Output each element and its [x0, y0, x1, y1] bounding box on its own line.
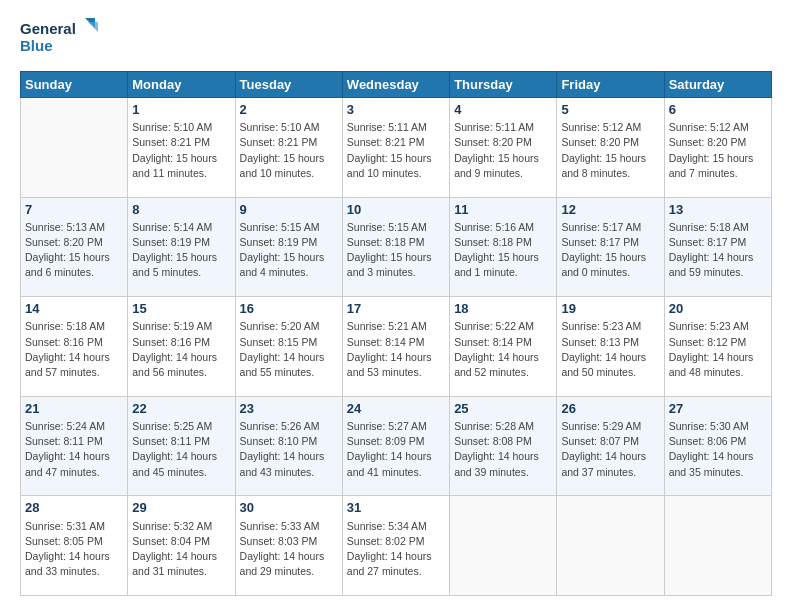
- day-info: Sunrise: 5:33 AMSunset: 8:03 PMDaylight:…: [240, 519, 338, 580]
- day-number: 2: [240, 101, 338, 119]
- calendar-cell: 16Sunrise: 5:20 AMSunset: 8:15 PMDayligh…: [235, 297, 342, 397]
- day-info: Sunrise: 5:10 AMSunset: 8:21 PMDaylight:…: [132, 120, 230, 181]
- day-number: 1: [132, 101, 230, 119]
- calendar-cell: 13Sunrise: 5:18 AMSunset: 8:17 PMDayligh…: [664, 197, 771, 297]
- day-info: Sunrise: 5:16 AMSunset: 8:18 PMDaylight:…: [454, 220, 552, 281]
- weekday-header: Thursday: [450, 72, 557, 98]
- calendar-cell: 25Sunrise: 5:28 AMSunset: 8:08 PMDayligh…: [450, 396, 557, 496]
- day-info: Sunrise: 5:23 AMSunset: 8:12 PMDaylight:…: [669, 319, 767, 380]
- day-info: Sunrise: 5:11 AMSunset: 8:21 PMDaylight:…: [347, 120, 445, 181]
- day-info: Sunrise: 5:12 AMSunset: 8:20 PMDaylight:…: [561, 120, 659, 181]
- day-number: 16: [240, 300, 338, 318]
- logo: General Blue: [20, 16, 100, 61]
- day-number: 15: [132, 300, 230, 318]
- day-info: Sunrise: 5:21 AMSunset: 8:14 PMDaylight:…: [347, 319, 445, 380]
- day-info: Sunrise: 5:31 AMSunset: 8:05 PMDaylight:…: [25, 519, 123, 580]
- day-info: Sunrise: 5:22 AMSunset: 8:14 PMDaylight:…: [454, 319, 552, 380]
- day-info: Sunrise: 5:23 AMSunset: 8:13 PMDaylight:…: [561, 319, 659, 380]
- calendar-cell: 22Sunrise: 5:25 AMSunset: 8:11 PMDayligh…: [128, 396, 235, 496]
- calendar-cell: 31Sunrise: 5:34 AMSunset: 8:02 PMDayligh…: [342, 496, 449, 596]
- page: General Blue SundayMondayTuesdayWednesda…: [0, 0, 792, 612]
- day-info: Sunrise: 5:10 AMSunset: 8:21 PMDaylight:…: [240, 120, 338, 181]
- day-number: 22: [132, 400, 230, 418]
- day-number: 19: [561, 300, 659, 318]
- day-info: Sunrise: 5:30 AMSunset: 8:06 PMDaylight:…: [669, 419, 767, 480]
- calendar-cell: 24Sunrise: 5:27 AMSunset: 8:09 PMDayligh…: [342, 396, 449, 496]
- calendar-cell: 6Sunrise: 5:12 AMSunset: 8:20 PMDaylight…: [664, 98, 771, 198]
- calendar-cell: 29Sunrise: 5:32 AMSunset: 8:04 PMDayligh…: [128, 496, 235, 596]
- day-info: Sunrise: 5:11 AMSunset: 8:20 PMDaylight:…: [454, 120, 552, 181]
- day-number: 9: [240, 201, 338, 219]
- day-number: 25: [454, 400, 552, 418]
- day-number: 17: [347, 300, 445, 318]
- day-number: 31: [347, 499, 445, 517]
- day-number: 29: [132, 499, 230, 517]
- day-number: 18: [454, 300, 552, 318]
- calendar-cell: [450, 496, 557, 596]
- calendar-cell: 17Sunrise: 5:21 AMSunset: 8:14 PMDayligh…: [342, 297, 449, 397]
- calendar-cell: 20Sunrise: 5:23 AMSunset: 8:12 PMDayligh…: [664, 297, 771, 397]
- day-info: Sunrise: 5:34 AMSunset: 8:02 PMDaylight:…: [347, 519, 445, 580]
- calendar-cell: 27Sunrise: 5:30 AMSunset: 8:06 PMDayligh…: [664, 396, 771, 496]
- svg-marker-3: [88, 22, 98, 32]
- calendar-cell: 19Sunrise: 5:23 AMSunset: 8:13 PMDayligh…: [557, 297, 664, 397]
- day-number: 30: [240, 499, 338, 517]
- day-info: Sunrise: 5:20 AMSunset: 8:15 PMDaylight:…: [240, 319, 338, 380]
- calendar-cell: 11Sunrise: 5:16 AMSunset: 8:18 PMDayligh…: [450, 197, 557, 297]
- calendar-cell: 5Sunrise: 5:12 AMSunset: 8:20 PMDaylight…: [557, 98, 664, 198]
- logo-svg: General Blue: [20, 16, 100, 61]
- day-number: 13: [669, 201, 767, 219]
- calendar-cell: 12Sunrise: 5:17 AMSunset: 8:17 PMDayligh…: [557, 197, 664, 297]
- calendar-cell: 10Sunrise: 5:15 AMSunset: 8:18 PMDayligh…: [342, 197, 449, 297]
- calendar-cell: 2Sunrise: 5:10 AMSunset: 8:21 PMDaylight…: [235, 98, 342, 198]
- weekday-header: Friday: [557, 72, 664, 98]
- calendar-cell: 1Sunrise: 5:10 AMSunset: 8:21 PMDaylight…: [128, 98, 235, 198]
- day-number: 14: [25, 300, 123, 318]
- day-number: 21: [25, 400, 123, 418]
- day-number: 7: [25, 201, 123, 219]
- weekday-header: Tuesday: [235, 72, 342, 98]
- calendar-cell: 28Sunrise: 5:31 AMSunset: 8:05 PMDayligh…: [21, 496, 128, 596]
- svg-text:General: General: [20, 20, 76, 37]
- calendar-cell: 23Sunrise: 5:26 AMSunset: 8:10 PMDayligh…: [235, 396, 342, 496]
- weekday-header: Monday: [128, 72, 235, 98]
- day-info: Sunrise: 5:18 AMSunset: 8:17 PMDaylight:…: [669, 220, 767, 281]
- day-info: Sunrise: 5:28 AMSunset: 8:08 PMDaylight:…: [454, 419, 552, 480]
- day-info: Sunrise: 5:29 AMSunset: 8:07 PMDaylight:…: [561, 419, 659, 480]
- calendar-cell: 30Sunrise: 5:33 AMSunset: 8:03 PMDayligh…: [235, 496, 342, 596]
- day-number: 5: [561, 101, 659, 119]
- day-number: 28: [25, 499, 123, 517]
- day-number: 11: [454, 201, 552, 219]
- day-info: Sunrise: 5:18 AMSunset: 8:16 PMDaylight:…: [25, 319, 123, 380]
- svg-text:Blue: Blue: [20, 37, 53, 54]
- day-info: Sunrise: 5:26 AMSunset: 8:10 PMDaylight:…: [240, 419, 338, 480]
- calendar-cell: [664, 496, 771, 596]
- day-info: Sunrise: 5:15 AMSunset: 8:19 PMDaylight:…: [240, 220, 338, 281]
- calendar-cell: 26Sunrise: 5:29 AMSunset: 8:07 PMDayligh…: [557, 396, 664, 496]
- day-info: Sunrise: 5:12 AMSunset: 8:20 PMDaylight:…: [669, 120, 767, 181]
- day-info: Sunrise: 5:13 AMSunset: 8:20 PMDaylight:…: [25, 220, 123, 281]
- day-number: 20: [669, 300, 767, 318]
- calendar-cell: 7Sunrise: 5:13 AMSunset: 8:20 PMDaylight…: [21, 197, 128, 297]
- weekday-header: Sunday: [21, 72, 128, 98]
- day-number: 8: [132, 201, 230, 219]
- calendar-cell: [557, 496, 664, 596]
- calendar-cell: 14Sunrise: 5:18 AMSunset: 8:16 PMDayligh…: [21, 297, 128, 397]
- calendar-cell: 9Sunrise: 5:15 AMSunset: 8:19 PMDaylight…: [235, 197, 342, 297]
- day-info: Sunrise: 5:25 AMSunset: 8:11 PMDaylight:…: [132, 419, 230, 480]
- weekday-header: Saturday: [664, 72, 771, 98]
- day-number: 10: [347, 201, 445, 219]
- calendar-cell: 8Sunrise: 5:14 AMSunset: 8:19 PMDaylight…: [128, 197, 235, 297]
- day-number: 26: [561, 400, 659, 418]
- calendar-cell: 3Sunrise: 5:11 AMSunset: 8:21 PMDaylight…: [342, 98, 449, 198]
- calendar-cell: 18Sunrise: 5:22 AMSunset: 8:14 PMDayligh…: [450, 297, 557, 397]
- calendar-cell: 21Sunrise: 5:24 AMSunset: 8:11 PMDayligh…: [21, 396, 128, 496]
- day-info: Sunrise: 5:27 AMSunset: 8:09 PMDaylight:…: [347, 419, 445, 480]
- calendar-table: SundayMondayTuesdayWednesdayThursdayFrid…: [20, 71, 772, 596]
- day-number: 4: [454, 101, 552, 119]
- day-info: Sunrise: 5:17 AMSunset: 8:17 PMDaylight:…: [561, 220, 659, 281]
- calendar-cell: 15Sunrise: 5:19 AMSunset: 8:16 PMDayligh…: [128, 297, 235, 397]
- day-number: 6: [669, 101, 767, 119]
- day-info: Sunrise: 5:14 AMSunset: 8:19 PMDaylight:…: [132, 220, 230, 281]
- calendar-cell: 4Sunrise: 5:11 AMSunset: 8:20 PMDaylight…: [450, 98, 557, 198]
